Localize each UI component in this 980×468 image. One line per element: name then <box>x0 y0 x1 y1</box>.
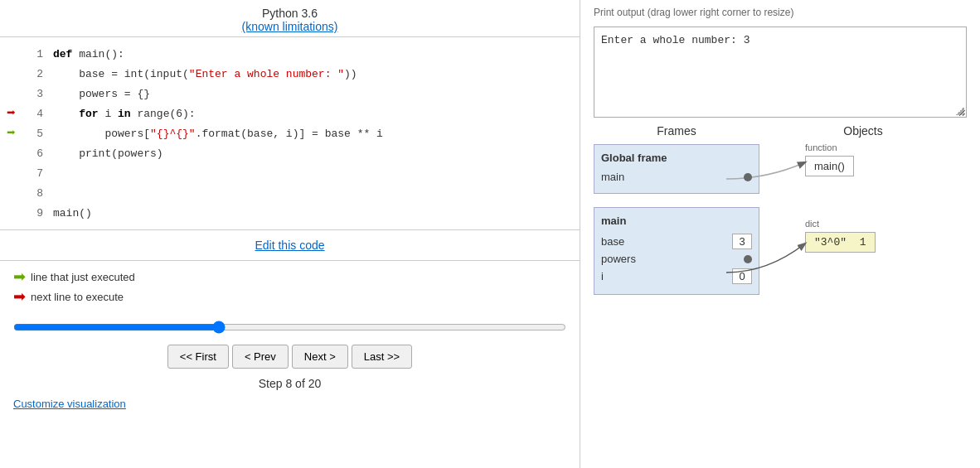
function-box: main() <box>805 156 854 176</box>
line-num-6: 6 <box>23 147 43 160</box>
frames-objects-body: Global frame main main base 3 <box>594 144 967 461</box>
legend-green-arrow-icon: ➡ <box>13 268 26 286</box>
frames-objects-header: Frames Objects <box>594 124 967 138</box>
code-line-7: 7 <box>0 163 580 183</box>
line-code-6: print(powers) <box>53 147 163 160</box>
line-code-1: def main(): <box>53 48 124 60</box>
legend-red-arrow-icon: ➡ <box>13 287 26 306</box>
prev-button[interactable]: < Prev <box>232 345 289 369</box>
main-frame-val-powers-dot <box>744 255 752 263</box>
main-frame-row-base: base 3 <box>601 234 752 249</box>
main-frame-key-powers: powers <box>601 253 636 265</box>
main-container: Python 3.6 (known limitations) 1 def mai… <box>0 0 980 468</box>
global-frame-row-main: main <box>601 171 752 183</box>
main-frame-row-powers: powers <box>601 253 752 265</box>
objects-column: function main() dict "3^0" 1 <box>759 144 967 461</box>
step-label: Step 8 of 20 <box>0 374 580 393</box>
dict-box: "3^0" 1 <box>805 232 876 253</box>
customize-link-area: Customize visualization <box>0 393 580 417</box>
line-code-2: base = int(input("Enter a whole number: … <box>53 68 357 80</box>
code-line-1: 1 def main(): <box>0 44 580 64</box>
function-label: function <box>805 142 837 152</box>
next-button[interactable]: Next > <box>292 345 348 369</box>
resize-handle[interactable] <box>956 107 964 115</box>
line-arrow-4: ➡ <box>7 106 23 121</box>
step-slider[interactable] <box>13 321 566 334</box>
legend-red: ➡ next line to execute <box>13 287 566 306</box>
frames-column: Global frame main main base 3 <box>594 144 759 461</box>
code-line-6: 6 print(powers) <box>0 143 580 163</box>
main-frame-key-i: i <box>601 270 604 282</box>
main-frame-title: main <box>601 215 752 227</box>
objects-column-header: Objects <box>759 124 967 138</box>
legend-green-label: line that just executed <box>31 271 135 283</box>
frames-objects-container: Frames Objects Global frame main <box>594 124 967 461</box>
left-panel: Python 3.6 (known limitations) 1 def mai… <box>0 0 580 468</box>
first-button[interactable]: << First <box>167 345 229 369</box>
right-panel: Print output (drag lower right corner to… <box>580 0 980 468</box>
print-output-text: Enter a whole number: 3 <box>601 34 750 46</box>
code-line-4: ➡ 4 for i in range(6): <box>0 104 580 123</box>
edit-link-area: Edit this code <box>0 230 580 261</box>
line-code-4: for i in range(6): <box>53 108 196 120</box>
line-code-3: powers = {} <box>53 88 150 100</box>
slider-area <box>0 314 580 340</box>
nav-buttons: << First < Prev Next > Last >> <box>0 340 580 374</box>
main-frame-row-i: i 0 <box>601 268 752 284</box>
green-arrow-icon: ➡ <box>7 126 16 141</box>
code-line-5: ➡ 5 powers["{}^{}".format(base, i)] = ba… <box>0 123 580 143</box>
frames-column-header: Frames <box>594 124 759 138</box>
line-num-5: 5 <box>23 128 43 140</box>
line-code-9: main() <box>53 207 92 220</box>
code-line-9: 9 main() <box>0 203 580 223</box>
global-frame-box: Global frame main <box>594 144 759 194</box>
main-frame-val-base: 3 <box>732 234 752 249</box>
code-line-2: 2 base = int(input("Enter a whole number… <box>0 64 580 84</box>
known-limitations-link[interactable]: (known limitations) <box>242 20 338 33</box>
line-num-8: 8 <box>23 187 43 200</box>
line-num-2: 2 <box>23 68 43 80</box>
line-num-9: 9 <box>23 207 43 220</box>
code-line-8: 8 <box>0 183 580 203</box>
print-output-box: Enter a whole number: 3 <box>594 27 967 118</box>
global-frame-val-dot <box>744 173 752 181</box>
line-code-5: powers["{}^{}".format(base, i)] = base *… <box>53 128 383 140</box>
global-frame-title: Global frame <box>601 152 752 164</box>
edit-code-link[interactable]: Edit this code <box>255 239 324 252</box>
red-arrow-icon: ➡ <box>7 106 16 121</box>
line-num-7: 7 <box>23 167 43 180</box>
dict-key: "3^0" <box>814 236 847 248</box>
legend-green: ➡ line that just executed <box>13 268 566 286</box>
global-frame-key-main: main <box>601 171 624 183</box>
line-num-3: 3 <box>23 88 43 100</box>
print-output-label: Print output (drag lower right corner to… <box>594 7 967 18</box>
main-frame-box: main base 3 powers i 0 <box>594 207 759 295</box>
customize-visualization-link[interactable]: Customize visualization <box>13 398 126 410</box>
main-frame-key-base: base <box>601 235 624 248</box>
code-header: Python 3.6 (known limitations) <box>0 0 580 37</box>
line-num-4: 4 <box>23 108 43 120</box>
dict-label: dict <box>805 219 819 229</box>
line-arrow-5: ➡ <box>7 126 23 141</box>
legend-area: ➡ line that just executed ➡ next line to… <box>0 261 580 314</box>
last-button[interactable]: Last >> <box>352 345 412 369</box>
main-frame-val-i: 0 <box>732 268 752 284</box>
code-area: 1 def main(): 2 base = int(input("Enter … <box>0 37 580 230</box>
code-line-3: 3 powers = {} <box>0 84 580 104</box>
legend-red-label: next line to execute <box>31 291 124 303</box>
line-num-1: 1 <box>23 48 43 60</box>
dict-val: 1 <box>860 236 866 248</box>
python-version-title: Python 3.6 <box>0 7 580 20</box>
